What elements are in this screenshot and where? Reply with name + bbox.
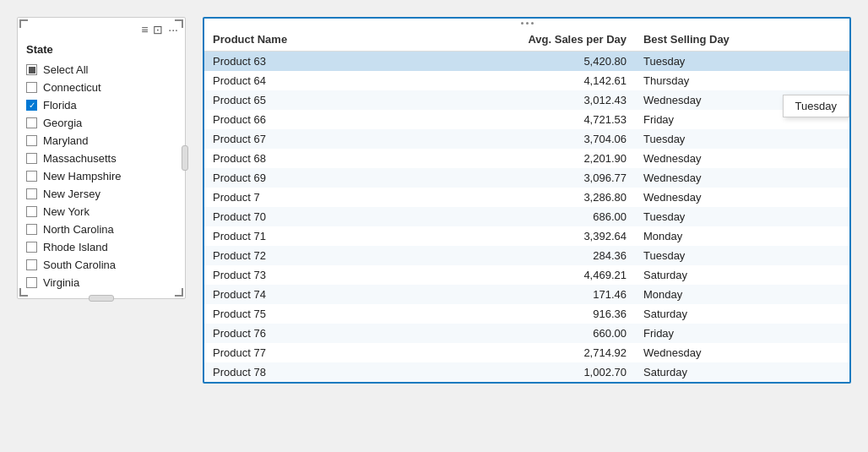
product-table-panel: Product Name Avg. Sales per Day Best Sel…	[203, 17, 851, 384]
filter-item[interactable]: Virginia	[18, 274, 185, 291]
filter-item[interactable]: New Jersey	[18, 185, 185, 203]
table-row[interactable]: Product 76660.00Friday	[204, 324, 849, 343]
select-all-label: Select All	[43, 63, 88, 76]
filter-item[interactable]: Georgia	[18, 114, 185, 132]
filter-checkbox[interactable]	[26, 153, 37, 164]
select-all-checkbox[interactable]	[26, 64, 37, 75]
drag-dot-1	[521, 22, 524, 25]
cell-product-name: Product 74	[204, 285, 394, 304]
table-row[interactable]: Product 70686.00Tuesday	[204, 207, 849, 226]
filter-label: Rhode Island	[43, 241, 108, 253]
product-table: Product Name Avg. Sales per Day Best Sel…	[204, 28, 849, 382]
table-wrapper: Product Name Avg. Sales per Day Best Sel…	[203, 17, 851, 384]
table-row[interactable]: Product 734,469.21Saturday	[204, 265, 849, 285]
cell-best-day: Saturday	[635, 265, 849, 285]
filter-item[interactable]: Rhode Island	[18, 238, 185, 256]
cell-avg-sales: 3,704.06	[394, 129, 635, 149]
corner-tr	[175, 19, 183, 28]
table-row[interactable]: Product 693,096.77Wednesday	[204, 168, 849, 188]
table-row[interactable]: Product 74171.46Monday	[204, 285, 849, 304]
filter-checkbox[interactable]	[26, 117, 37, 128]
filter-item[interactable]: New York	[18, 203, 185, 221]
filter-checkbox[interactable]	[26, 188, 37, 199]
table-row[interactable]: Product 781,002.70Saturday	[204, 362, 849, 382]
filter-item[interactable]: North Carolina	[18, 221, 185, 238]
filter-label: Florida	[43, 99, 77, 112]
cell-best-day: Wednesday	[635, 149, 849, 168]
cell-product-name: Product 63	[204, 52, 394, 72]
cell-best-day: Friday	[635, 110, 849, 129]
filter-item[interactable]: Connecticut	[18, 79, 185, 96]
filter-label: Georgia	[43, 117, 82, 129]
filter-list: Select All ConnecticutFloridaGeorgiaMary…	[18, 59, 185, 298]
cell-product-name: Product 67	[204, 129, 394, 149]
cell-avg-sales: 2,714.92	[394, 343, 635, 362]
resize-handle-right[interactable]	[182, 145, 188, 171]
cell-avg-sales: 3,096.77	[394, 168, 635, 188]
cell-product-name: Product 72	[204, 246, 394, 265]
filter-checkbox[interactable]	[26, 224, 37, 235]
table-row[interactable]: Product 682,201.90Wednesday	[204, 149, 849, 168]
cell-product-name: Product 77	[204, 343, 394, 362]
cell-best-day: Saturday	[635, 362, 849, 382]
filter-checkbox[interactable]	[26, 135, 37, 146]
cell-avg-sales: 916.36	[394, 304, 635, 324]
drag-dot-3	[531, 22, 534, 25]
table-row[interactable]: Product 673,704.06Tuesday	[204, 129, 849, 149]
header-row: Product Name Avg. Sales per Day Best Sel…	[204, 28, 849, 52]
state-filter-panel: ≡ ⊡ ··· State Select All ConnecticutFlor…	[17, 17, 186, 299]
filter-label: New Hampshire	[43, 170, 121, 182]
filter-label: New Jersey	[43, 188, 100, 200]
table-row[interactable]: Product 635,420.80Tuesday	[204, 52, 849, 72]
filter-item[interactable]: Florida	[18, 96, 185, 114]
filter-item[interactable]: Maryland	[18, 132, 185, 150]
cell-avg-sales: 284.36	[394, 246, 635, 265]
main-container: ≡ ⊡ ··· State Select All ConnecticutFlor…	[17, 17, 851, 384]
cell-product-name: Product 65	[204, 90, 394, 110]
table-row[interactable]: Product 713,392.64Monday	[204, 226, 849, 246]
cell-best-day: Friday	[635, 324, 849, 343]
cell-product-name: Product 68	[204, 149, 394, 168]
table-drag-handle[interactable]	[204, 19, 849, 28]
panel-header: ≡ ⊡ ···	[18, 18, 185, 40]
expand-icon[interactable]: ⊡	[153, 23, 163, 36]
filter-checkbox[interactable]	[26, 100, 37, 111]
cell-product-name: Product 78	[204, 362, 394, 382]
corner-tl	[19, 19, 28, 28]
filter-checkbox[interactable]	[26, 259, 37, 270]
filter-checkbox[interactable]	[26, 171, 37, 182]
corner-br	[175, 288, 183, 297]
table-row[interactable]: Product 644,142.61Thursday	[204, 71, 849, 90]
col-best-day: Best Selling Day	[635, 28, 849, 52]
cell-product-name: Product 71	[204, 226, 394, 246]
col-avg-sales: Avg. Sales per Day	[394, 28, 635, 52]
cell-avg-sales: 1,002.70	[394, 362, 635, 382]
table-row[interactable]: Product 653,012.43Wednesday	[204, 90, 849, 110]
table-row[interactable]: Product 72284.36Tuesday	[204, 246, 849, 265]
filter-checkbox[interactable]	[26, 82, 37, 93]
cell-avg-sales: 171.46	[394, 285, 635, 304]
table-row[interactable]: Product 73,286.80Wednesday	[204, 188, 849, 207]
filter-label: Virginia	[43, 276, 79, 289]
cell-best-day: Wednesday	[635, 90, 849, 110]
panel-title: State	[18, 40, 185, 59]
table-row[interactable]: Product 664,721.53Friday	[204, 110, 849, 129]
filter-item[interactable]: Massachusetts	[18, 150, 185, 167]
filter-item[interactable]: South Carolina	[18, 256, 185, 274]
filter-item[interactable]: New Hampshire	[18, 167, 185, 185]
cell-best-day: Saturday	[635, 304, 849, 324]
select-all-item[interactable]: Select All	[18, 61, 185, 79]
filter-checkbox[interactable]	[26, 206, 37, 217]
table-row[interactable]: Product 772,714.92Wednesday	[204, 343, 849, 362]
cell-product-name: Product 75	[204, 304, 394, 324]
table-row[interactable]: Product 75916.36Saturday	[204, 304, 849, 324]
filter-checkbox[interactable]	[26, 277, 37, 288]
hamburger-icon[interactable]: ≡	[141, 23, 148, 36]
cell-avg-sales: 3,392.64	[394, 226, 635, 246]
cell-best-day: Tuesday	[635, 52, 849, 72]
cell-product-name: Product 64	[204, 71, 394, 90]
drag-dots	[521, 22, 534, 25]
cell-product-name: Product 66	[204, 110, 394, 129]
resize-handle-bottom[interactable]	[89, 295, 114, 302]
filter-checkbox[interactable]	[26, 242, 37, 253]
